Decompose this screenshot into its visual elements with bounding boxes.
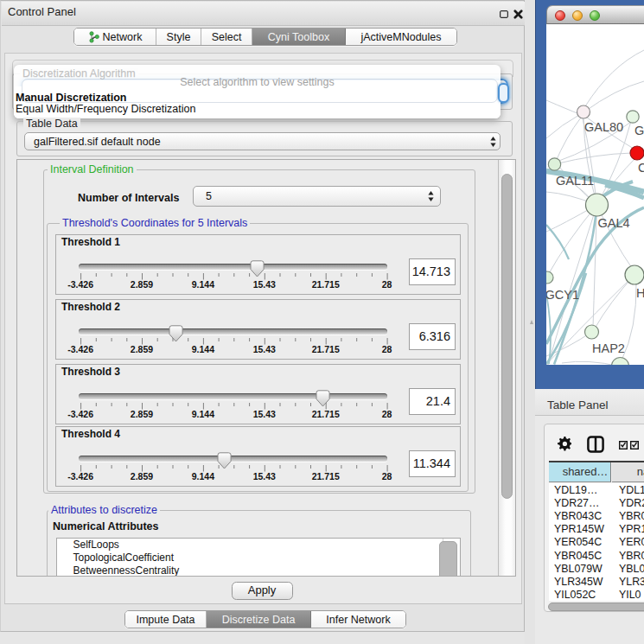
svg-text:C: C	[638, 161, 644, 175]
svg-text:GAL80: GAL80	[584, 120, 623, 134]
svg-text:GAL4: GAL4	[598, 216, 630, 230]
svg-text:GCY1: GCY1	[546, 288, 579, 302]
svg-text:GAL11: GAL11	[556, 174, 594, 188]
svg-text:GA: GA	[634, 124, 644, 137]
svg-text:HAP2: HAP2	[592, 341, 625, 355]
svg-text:H: H	[636, 286, 644, 300]
